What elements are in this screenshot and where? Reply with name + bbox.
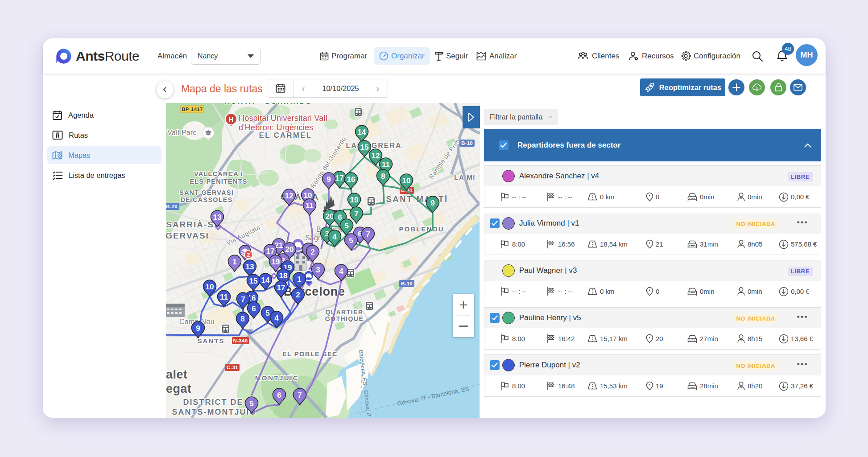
svg-text:19: 19 (272, 258, 280, 266)
svg-text:9: 9 (327, 175, 331, 184)
svg-text:LA SAGRERA: LA SAGRERA (346, 142, 401, 149)
svg-text:H: H (229, 115, 234, 123)
svg-text:1: 1 (232, 258, 236, 266)
svg-text:LA MI: LA MI (454, 173, 475, 181)
svg-text:EL POBLE SEC: EL POBLE SEC (282, 350, 338, 358)
svg-text:B-10: B-10 (401, 281, 413, 286)
svg-text:20: 20 (326, 212, 334, 221)
svg-text:egat: egat (166, 382, 192, 395)
svg-text:d'Hebron: Urgències: d'Hebron: Urgències (239, 123, 313, 132)
svg-text:QUARTIER: QUARTIER (325, 309, 363, 316)
svg-text:20: 20 (285, 245, 294, 254)
svg-text:11: 11 (306, 202, 314, 210)
svg-text:4: 4 (339, 267, 343, 276)
svg-text:2: 2 (310, 248, 314, 256)
svg-text:5: 5 (249, 399, 253, 408)
svg-text:7: 7 (298, 391, 302, 399)
svg-text:HORTA - GUINARDÓ: HORTA - GUINARDÓ (225, 103, 312, 105)
svg-text:15: 15 (249, 277, 258, 285)
svg-text:6: 6 (252, 305, 256, 313)
svg-text:16: 16 (347, 175, 355, 184)
svg-text:VALLCARCA I: VALLCARCA I (194, 170, 243, 177)
svg-text:GOTHIQUE: GOTHIQUE (325, 315, 364, 322)
svg-text:17: 17 (335, 174, 344, 182)
svg-text:15: 15 (360, 143, 369, 152)
svg-text:Vall Parc: Vall Parc (167, 129, 197, 136)
svg-text:C-31: C-31 (227, 365, 238, 370)
svg-text:7: 7 (354, 210, 358, 218)
svg-text:ELS PENITENTS: ELS PENITENTS (190, 178, 247, 185)
svg-text:5: 5 (344, 222, 348, 230)
svg-text:B-10: B-10 (461, 140, 473, 146)
svg-text:9: 9 (430, 199, 434, 207)
svg-text:17: 17 (277, 284, 285, 292)
svg-text:GERVASI: GERVASI (166, 231, 209, 240)
svg-text:14: 14 (358, 128, 366, 136)
svg-text:SANTS-MONTJUÏC: SANTS-MONTJUÏC (172, 408, 256, 416)
svg-text:DE CASSOLES: DE CASSOLES (180, 196, 232, 203)
svg-text:12: 12 (285, 192, 293, 200)
svg-text:10: 10 (402, 177, 411, 185)
svg-text:N-340: N-340 (233, 338, 248, 343)
svg-text:6: 6 (338, 213, 342, 222)
svg-text:13: 13 (246, 263, 254, 271)
svg-text:18: 18 (279, 272, 288, 280)
svg-text:12: 12 (372, 152, 380, 160)
svg-text:7: 7 (366, 230, 370, 239)
svg-text:POBLENOU: POBLENOU (399, 225, 444, 233)
svg-text:6: 6 (277, 391, 281, 399)
svg-text:1: 1 (297, 275, 301, 284)
svg-text:14: 14 (261, 276, 270, 284)
svg-text:8: 8 (381, 172, 385, 181)
svg-text:11: 11 (382, 161, 390, 169)
svg-text:7: 7 (241, 295, 245, 304)
svg-text:2: 2 (296, 291, 300, 299)
svg-text:10: 10 (206, 283, 214, 291)
svg-text:MONTJUÏC: MONTJUÏC (255, 374, 299, 382)
svg-text:9: 9 (196, 324, 200, 333)
svg-text:BP-1417: BP-1417 (182, 107, 203, 112)
svg-text:4: 4 (274, 314, 279, 322)
svg-text:17: 17 (266, 247, 275, 255)
svg-text:SANT GERVASI: SANT GERVASI (179, 189, 234, 196)
svg-text:19: 19 (350, 196, 359, 204)
svg-text:13: 13 (213, 213, 222, 222)
svg-text:2: 2 (247, 252, 250, 258)
svg-text:DISTRICT DE: DISTRICT DE (183, 398, 243, 407)
svg-text:10: 10 (304, 191, 312, 200)
svg-text:8: 8 (240, 315, 244, 323)
svg-text:SANTS: SANTS (198, 337, 225, 345)
svg-text:3: 3 (316, 266, 320, 274)
svg-text:B-20: B-20 (166, 204, 178, 209)
svg-text:11: 11 (220, 293, 228, 301)
svg-text:EL CARMEL: EL CARMEL (259, 131, 312, 139)
svg-text:5: 5 (265, 309, 269, 317)
svg-text:5: 5 (349, 236, 353, 245)
svg-text:4: 4 (332, 233, 337, 241)
svg-text:alet: alet (166, 368, 188, 381)
svg-text:Hospital Universitari Vall: Hospital Universitari Vall (239, 114, 327, 123)
